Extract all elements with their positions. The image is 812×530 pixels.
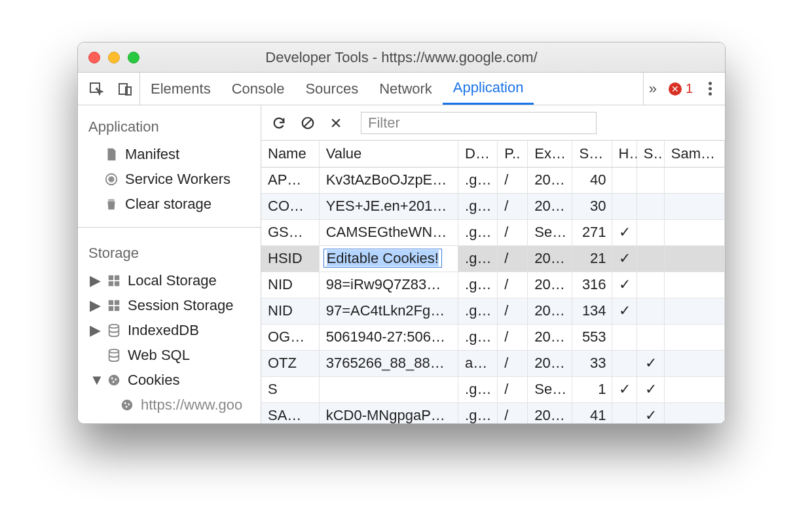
cell-size[interactable]: 33 xyxy=(572,350,612,376)
cell-http[interactable] xyxy=(612,402,637,423)
cell-path[interactable]: / xyxy=(498,298,528,324)
cell-domain[interactable]: .g… xyxy=(458,245,498,272)
cell-value[interactable]: YES+JE.en+201… xyxy=(319,193,458,219)
editing-value-input[interactable]: Editable Cookies! xyxy=(323,249,442,268)
cell-same[interactable] xyxy=(664,219,724,245)
cell-http[interactable]: ✓ xyxy=(612,272,637,298)
cell-value[interactable]: Editable Cookies! xyxy=(319,245,458,272)
tab-sources[interactable]: Sources xyxy=(295,73,369,105)
cell-same[interactable] xyxy=(664,350,724,376)
cell-value[interactable]: Kv3tAzBoOJzpE… xyxy=(319,167,458,193)
cell-expires[interactable]: 20… xyxy=(528,193,572,219)
cell-path[interactable]: / xyxy=(498,376,528,402)
sidebar-item-local-storage[interactable]: ▶Local Storage xyxy=(78,268,261,293)
cell-value[interactable]: 5061940-27:506… xyxy=(319,324,458,350)
sidebar-item-cookies-origin[interactable]: https://www.goo xyxy=(78,393,261,417)
cell-secure[interactable] xyxy=(637,219,664,245)
cell-expires[interactable]: 20… xyxy=(528,324,572,350)
cell-expires[interactable]: 20… xyxy=(528,402,572,423)
sidebar-item-manifest[interactable]: Manifest xyxy=(78,142,261,167)
cell-secure[interactable] xyxy=(637,167,664,193)
cell-path[interactable]: / xyxy=(498,193,528,219)
error-count-badge[interactable]: ✕ 1 xyxy=(669,81,693,96)
cell-expires[interactable]: 20… xyxy=(528,272,572,298)
cell-secure[interactable] xyxy=(637,272,664,298)
column-header[interactable]: H¨ xyxy=(612,141,637,167)
cell-size[interactable]: 40 xyxy=(572,167,612,193)
cell-value[interactable]: 97=AC4tLkn2Fg… xyxy=(319,298,458,324)
inspect-element-icon[interactable] xyxy=(88,81,104,97)
table-row[interactable]: NID97=AC4tLkn2Fg….g…/20…134✓ xyxy=(261,298,725,324)
cell-domain[interactable]: a… xyxy=(458,350,498,376)
cell-secure[interactable] xyxy=(637,298,664,324)
cell-http[interactable] xyxy=(612,167,637,193)
cell-same[interactable] xyxy=(664,193,724,219)
tab-console[interactable]: Console xyxy=(221,73,295,105)
cell-value[interactable]: CAMSEGtheWN… xyxy=(319,219,458,245)
cell-path[interactable]: / xyxy=(498,245,528,272)
cell-http[interactable]: ✓ xyxy=(612,245,637,272)
column-header[interactable]: D… xyxy=(458,141,498,167)
sidebar-item-cookies[interactable]: ▼Cookies xyxy=(78,368,261,393)
cell-domain[interactable]: .g… xyxy=(458,219,498,245)
cell-name[interactable]: S xyxy=(261,376,319,402)
cell-http[interactable]: ✓ xyxy=(612,298,637,324)
sidebar-item-web-sql[interactable]: Web SQL xyxy=(78,343,261,368)
cell-domain[interactable]: .g… xyxy=(458,167,498,193)
cell-same[interactable] xyxy=(664,245,724,272)
cell-same[interactable] xyxy=(664,298,724,324)
cell-size[interactable]: 553 xyxy=(572,324,612,350)
cell-path[interactable]: / xyxy=(498,167,528,193)
cell-secure[interactable] xyxy=(637,324,664,350)
cell-expires[interactable]: 20… xyxy=(528,245,572,272)
delete-selected-icon[interactable] xyxy=(329,116,342,130)
column-header[interactable]: Same… xyxy=(664,141,724,167)
cell-name[interactable]: AP… xyxy=(261,167,319,193)
close-window-button[interactable] xyxy=(88,52,100,63)
more-tabs-button[interactable]: » xyxy=(649,80,657,97)
table-row[interactable]: NID98=iRw9Q7Z83….g…/20…316✓ xyxy=(261,272,725,298)
cell-size[interactable]: 21 xyxy=(572,245,612,272)
zoom-window-button[interactable] xyxy=(128,52,139,63)
sidebar-item-indexeddb[interactable]: ▶IndexedDB xyxy=(78,318,261,343)
cell-http[interactable]: ✓ xyxy=(612,376,637,402)
tab-application[interactable]: Application xyxy=(443,73,534,105)
cell-domain[interactable]: .g… xyxy=(458,376,498,402)
cell-secure[interactable]: ✓ xyxy=(637,376,664,402)
cell-size[interactable]: 316 xyxy=(572,272,612,298)
column-header[interactable]: Ex… xyxy=(528,141,572,167)
cell-value[interactable]: 98=iRw9Q7Z83… xyxy=(319,272,458,298)
cell-domain[interactable]: .g… xyxy=(458,298,498,324)
cell-path[interactable]: / xyxy=(498,272,528,298)
cell-path[interactable]: / xyxy=(498,350,528,376)
cell-size[interactable]: 271 xyxy=(572,219,612,245)
table-row[interactable]: OG…5061940-27:506….g…/20…553 xyxy=(261,324,725,350)
cell-same[interactable] xyxy=(664,324,724,350)
cell-http[interactable] xyxy=(612,324,637,350)
column-header[interactable]: P.. xyxy=(498,141,528,167)
cell-expires[interactable]: Se… xyxy=(528,219,572,245)
cell-expires[interactable]: 20… xyxy=(528,350,572,376)
cell-value[interactable]: 3765266_88_88… xyxy=(319,350,458,376)
cell-name[interactable]: CO… xyxy=(261,193,319,219)
cell-size[interactable]: 41 xyxy=(572,402,612,423)
cell-value[interactable] xyxy=(319,376,458,402)
cell-secure[interactable] xyxy=(637,245,664,272)
cell-domain[interactable]: .g… xyxy=(458,324,498,350)
cell-name[interactable]: NID xyxy=(261,298,319,324)
cell-name[interactable]: OTZ xyxy=(261,350,319,376)
cell-secure[interactable]: ✓ xyxy=(637,350,664,376)
cell-name[interactable]: HSID xyxy=(261,245,319,272)
table-row[interactable]: SA…kCD0-MNgpgaP….g…/20…41✓ xyxy=(261,402,725,423)
sidebar-item-session-storage[interactable]: ▶Session Storage xyxy=(78,293,261,318)
cell-http[interactable]: ✓ xyxy=(612,219,637,245)
sidebar-item-service-workers[interactable]: Service Workers xyxy=(78,167,261,192)
filter-input[interactable] xyxy=(361,112,597,134)
cell-http[interactable] xyxy=(612,193,637,219)
cell-same[interactable] xyxy=(664,272,724,298)
cell-secure[interactable]: ✓ xyxy=(637,402,664,423)
minimize-window-button[interactable] xyxy=(108,52,120,63)
cell-http[interactable] xyxy=(612,350,637,376)
cell-value[interactable]: kCD0-MNgpgaP… xyxy=(319,402,458,423)
column-header[interactable]: Value xyxy=(319,141,458,167)
